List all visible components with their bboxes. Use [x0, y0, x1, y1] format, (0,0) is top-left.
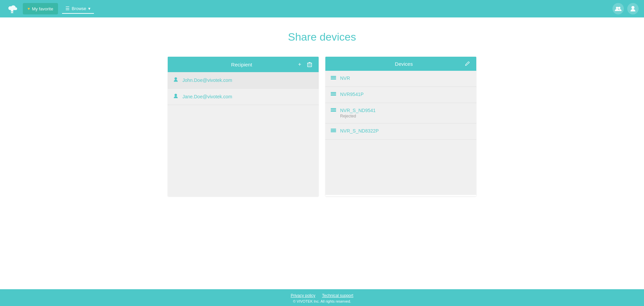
- svg-rect-15: [331, 108, 336, 109]
- menu-icon: ☰: [65, 6, 70, 11]
- svg-point-5: [632, 6, 635, 9]
- svg-rect-13: [331, 94, 336, 94]
- svg-rect-12: [331, 92, 336, 93]
- device-row: NVR_S_ND8322P: [325, 123, 476, 140]
- device-info: NVR: [340, 75, 350, 81]
- recipient-email: Jane.Doe@vivotek.com: [182, 94, 232, 99]
- recipient-row[interactable]: Jane.Doe@vivotek.com: [168, 89, 319, 105]
- browse-button[interactable]: ☰ Browse ▾: [62, 4, 94, 14]
- svg-point-4: [618, 7, 621, 9]
- device-status: Rejected: [340, 114, 376, 118]
- device-icon: [331, 129, 336, 135]
- devices-panel-actions: [464, 61, 471, 67]
- svg-point-8: [174, 94, 177, 96]
- app-header: ♥ My favorite ☰ Browse ▾: [0, 0, 644, 17]
- add-recipient-button[interactable]: +: [297, 61, 303, 68]
- device-info: NVR_S_ND8322P: [340, 128, 379, 134]
- panels-container: Recipient +: [161, 57, 483, 196]
- device-name: NVR_S_ND9541: [340, 108, 376, 113]
- devices-list: NVR NVR9541P: [325, 71, 476, 195]
- delete-recipient-button[interactable]: [306, 61, 313, 68]
- svg-point-3: [616, 7, 618, 9]
- devices-panel-header: Devices: [325, 57, 476, 71]
- header-right: [612, 3, 639, 14]
- recipient-panel: Recipient +: [168, 57, 319, 196]
- svg-rect-19: [331, 130, 336, 131]
- svg-rect-11: [331, 79, 336, 80]
- svg-rect-2: [11, 12, 13, 13]
- recipient-email: John.Doe@vivotek.com: [182, 78, 232, 83]
- chevron-down-icon: ▾: [88, 6, 91, 11]
- recipient-panel-header: Recipient +: [168, 57, 319, 72]
- recipient-list: John.Doe@vivotek.com Jane.Doe@vivotek.co…: [168, 72, 319, 196]
- device-row: NVR9541P: [325, 87, 476, 103]
- footer-copyright: © VIVOTEK Inc. All rights reserved.: [0, 299, 644, 303]
- main-content: Share devices Recipient +: [0, 17, 644, 289]
- group-button[interactable]: [612, 3, 624, 14]
- svg-rect-17: [331, 111, 336, 112]
- device-icon: [331, 92, 336, 98]
- technical-support-link[interactable]: Technical support: [322, 293, 353, 298]
- device-name: NVR_S_ND8322P: [340, 128, 379, 134]
- user-button[interactable]: [627, 3, 639, 14]
- person-icon: [173, 77, 178, 84]
- device-info: NVR_S_ND9541 Rejected: [340, 108, 376, 118]
- devices-panel: Devices: [325, 57, 476, 196]
- device-row: NVR_S_ND9541 Rejected: [325, 103, 476, 123]
- my-favorite-button[interactable]: ♥ My favorite: [23, 3, 58, 14]
- svg-rect-16: [331, 110, 336, 110]
- edit-devices-button[interactable]: [464, 61, 471, 67]
- svg-rect-10: [331, 78, 336, 78]
- svg-rect-20: [331, 132, 336, 132]
- devices-panel-title: Devices: [344, 61, 464, 67]
- privacy-policy-link[interactable]: Privacy policy: [291, 293, 315, 298]
- recipient-row[interactable]: John.Doe@vivotek.com: [168, 72, 319, 89]
- device-icon: [331, 108, 336, 114]
- app-footer: Privacy policy Technical support © VIVOT…: [0, 289, 644, 306]
- device-icon: [331, 76, 336, 82]
- recipient-panel-title: Recipient: [186, 62, 297, 67]
- footer-links: Privacy policy Technical support: [0, 293, 644, 298]
- app-logo: [5, 2, 19, 15]
- page-title: Share devices: [288, 31, 356, 43]
- recipient-panel-actions: +: [297, 61, 313, 68]
- header-left: ♥ My favorite ☰ Browse ▾: [5, 2, 94, 15]
- person-icon: [173, 93, 178, 100]
- svg-rect-9: [331, 76, 336, 77]
- svg-rect-14: [331, 95, 336, 96]
- my-favorite-label: My favorite: [32, 6, 53, 11]
- browse-label: Browse: [72, 6, 86, 11]
- device-name: NVR9541P: [340, 92, 364, 97]
- device-row: NVR: [325, 71, 476, 87]
- svg-rect-18: [331, 129, 336, 130]
- svg-rect-6: [308, 63, 312, 67]
- svg-point-7: [174, 77, 177, 80]
- device-info: NVR9541P: [340, 92, 364, 97]
- device-name: NVR: [340, 75, 350, 81]
- heart-icon: ♥: [28, 6, 30, 11]
